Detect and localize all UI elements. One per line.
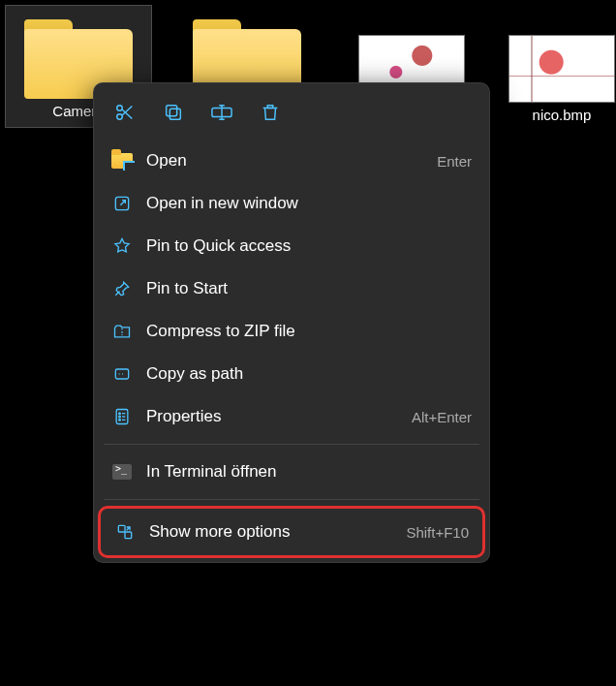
- context-menu: Open Enter Open in new window Pin to Qui…: [93, 82, 490, 563]
- menu-item-label: Open: [146, 151, 423, 171]
- scissors-icon: [114, 102, 136, 123]
- delete-button[interactable]: [249, 93, 292, 132]
- terminal-icon: [111, 461, 133, 483]
- menu-item-label: Compress to ZIP file: [146, 322, 458, 341]
- menu-item-label: Properties: [146, 407, 398, 426]
- menu-item-shortcut: Enter: [437, 153, 472, 170]
- menu-pin-start[interactable]: Pin to Start: [100, 267, 483, 310]
- zip-icon: [111, 321, 133, 342]
- svg-point-16: [119, 420, 121, 421]
- menu-properties[interactable]: Properties Alt+Enter: [100, 395, 483, 438]
- trash-icon: [260, 102, 281, 123]
- folder-open-icon: [111, 150, 133, 172]
- menu-item-label: Open in new window: [146, 194, 458, 213]
- menu-item-shortcut: Alt+Enter: [412, 409, 472, 425]
- svg-rect-4: [169, 109, 180, 119]
- copy-button[interactable]: [152, 93, 195, 132]
- menu-compress-zip[interactable]: Compress to ZIP file: [100, 310, 483, 353]
- menu-item-label: Copy as path: [146, 364, 458, 384]
- menu-item-label: Pin to Quick access: [146, 236, 458, 256]
- menu-item-label: Show more options: [149, 522, 392, 542]
- copy-icon: [163, 102, 184, 123]
- svg-rect-19: [125, 532, 132, 539]
- rename-icon: [210, 102, 233, 123]
- menu-separator: [104, 499, 479, 500]
- menu-items-primary: Open Enter Open in new window Pin to Qui…: [100, 140, 483, 438]
- desktop-item-label: nico.bmp: [533, 107, 592, 123]
- menu-show-more-options[interactable]: Show more options Shift+F10: [103, 511, 480, 553]
- star-icon: [111, 235, 133, 257]
- menu-pin-quick-access[interactable]: Pin to Quick access: [100, 225, 483, 267]
- svg-rect-18: [118, 525, 125, 532]
- menu-open-terminal[interactable]: In Terminal öffnen: [100, 451, 483, 493]
- menu-item-label: Pin to Start: [146, 279, 458, 298]
- menu-separator: [104, 444, 479, 445]
- quick-actions-row: [100, 89, 483, 140]
- svg-rect-5: [167, 106, 177, 116]
- menu-open[interactable]: Open Enter: [100, 140, 483, 182]
- cut-button[interactable]: [104, 93, 146, 132]
- copy-path-icon: [111, 363, 133, 385]
- menu-item-shortcut: Shift+F10: [406, 524, 469, 541]
- menu-item-label: In Terminal öffnen: [146, 462, 472, 482]
- menu-copy-path[interactable]: Copy as path: [100, 353, 483, 395]
- more-options-icon: [114, 521, 136, 543]
- highlight-annotation: Show more options Shift+F10: [98, 506, 485, 558]
- svg-point-14: [119, 416, 121, 418]
- desktop-image-nico[interactable]: nico.bmp: [504, 29, 616, 131]
- rename-button[interactable]: [200, 93, 243, 132]
- menu-open-new-window[interactable]: Open in new window: [100, 182, 483, 225]
- properties-icon: [111, 406, 133, 427]
- pin-icon: [111, 278, 133, 299]
- svg-point-12: [119, 413, 121, 415]
- image-thumbnail: [508, 35, 615, 103]
- external-icon: [111, 193, 133, 214]
